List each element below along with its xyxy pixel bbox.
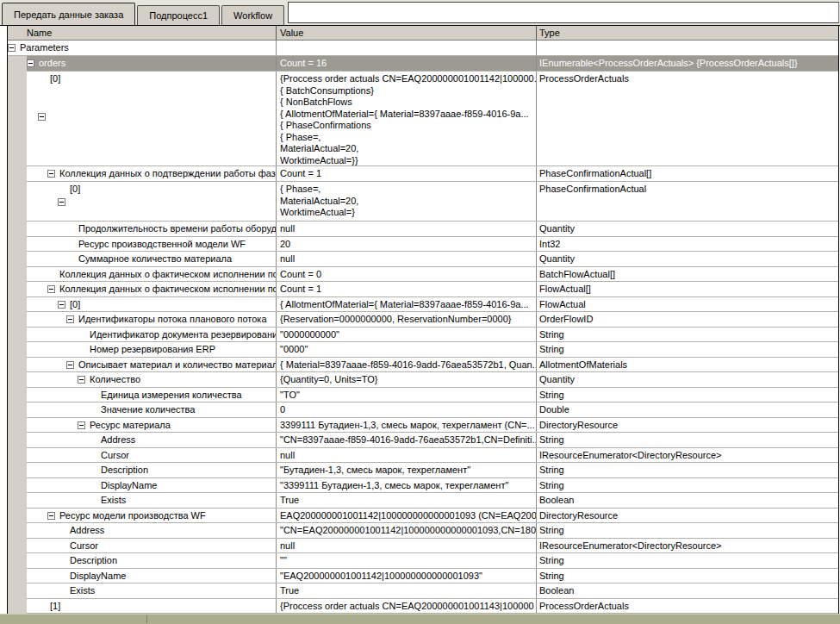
table-row[interactable]: Description""String xyxy=(8,553,838,569)
row-header-gutter xyxy=(8,56,27,624)
row-type-cell: Int32 xyxy=(537,237,838,252)
horizontal-scrollbar[interactable] xyxy=(0,614,840,624)
table-row[interactable]: Идентификаторы потока планового потока{R… xyxy=(8,312,838,328)
row-type-cell: Quantity xyxy=(537,252,838,266)
collapse-icon[interactable] xyxy=(78,421,85,429)
table-row[interactable]: DisplayName"3399111 Бутадиен-1,3, смесь … xyxy=(8,478,838,494)
table-row[interactable]: Ресурс производственной модели WF20Int32 xyxy=(8,237,838,253)
row-value-cell: Count = 16 xyxy=(277,56,537,71)
value-line: WorktimeActual=} xyxy=(280,207,536,219)
table-row[interactable]: CursornullIResourceEnumerator<DirectoryR… xyxy=(8,448,838,464)
table-row[interactable]: Описывает материал и количество материал… xyxy=(8,358,838,373)
collapse-icon[interactable] xyxy=(27,59,34,67)
table-row[interactable]: Номер резервирования ERP"0000"String xyxy=(8,342,838,358)
table-row[interactable]: [1]{Proccess order actuals CN=EAQ2000000… xyxy=(8,599,838,615)
row-value-cell: "CN=EAQ200000001001142|10000000000000109… xyxy=(277,523,537,538)
row-type-cell: PhaseConfirmationActual xyxy=(537,182,838,221)
table-row[interactable]: Ресурс материала3399111 Бутадиен-1,3, см… xyxy=(8,418,838,434)
column-header-name[interactable]: Name xyxy=(8,26,277,40)
tab-workflow[interactable]: Workflow xyxy=(221,5,284,25)
row-name-cell: Exists xyxy=(8,493,277,508)
table-row[interactable]: Parameters xyxy=(8,41,838,56)
collapse-icon[interactable] xyxy=(47,170,55,178)
column-header-type[interactable]: Type xyxy=(537,26,838,40)
tab-strip-input[interactable] xyxy=(288,2,839,23)
row-value-cell: {Proccess order actuals CN=EAQ2000000010… xyxy=(277,72,537,165)
row-name-cell: Коллекция данных о фактическом исполнени… xyxy=(8,267,277,282)
table-row[interactable]: [0]{Proccess order actuals CN=EAQ2000000… xyxy=(8,72,838,166)
row-name-cell: Продолжительность времени работы оборудо… xyxy=(8,222,277,236)
table-row[interactable]: Продолжительность времени работы оборудо… xyxy=(8,222,838,237)
row-name-label: Address xyxy=(8,525,276,535)
row-name-label: Описывает материал и количество материал… xyxy=(8,359,276,370)
row-value-cell: {Quantity=0, Units=TO} xyxy=(277,372,537,387)
row-name-cell: Идентификаторы потока планового потока xyxy=(8,312,277,327)
collapse-icon[interactable] xyxy=(38,113,46,121)
row-name-cell: Address xyxy=(8,523,277,538)
row-value-cell: "CN=8397aaae-f859-4016-9add-76aea53572b1… xyxy=(277,433,537,447)
row-name-label: Cursor xyxy=(8,450,276,460)
collapse-icon[interactable] xyxy=(47,285,55,293)
row-value-cell: "Бутадиен-1,3, смесь марок, техрегламент… xyxy=(277,463,537,477)
table-row[interactable]: [0]{ AllotmentOfMaterial={ Material=8397… xyxy=(8,297,838,313)
table-row[interactable]: ordersCount = 16IEnumerable<ProcessOrder… xyxy=(8,56,838,72)
table-row[interactable]: Суммарное количество материалаnullQuanti… xyxy=(8,252,838,267)
table-row[interactable]: ExistsTrueBoolean xyxy=(8,583,838,599)
row-value-cell: null xyxy=(277,222,537,236)
value-line: {Proccess order actuals CN=EAQ2000000010… xyxy=(280,73,536,85)
value-line: { NonBatchFlows xyxy=(280,97,536,109)
row-value-cell: Count = 1 xyxy=(277,282,537,296)
table-row[interactable]: ExistsTrueBoolean xyxy=(8,493,838,509)
row-type-cell: Quantity xyxy=(537,222,838,236)
table-row[interactable]: Коллекция данных о фактическом исполнени… xyxy=(8,282,838,297)
row-name-cell: Description xyxy=(8,463,277,477)
row-value-cell: "" xyxy=(277,553,537,568)
row-type-cell: String xyxy=(537,478,838,493)
row-type-cell xyxy=(537,41,838,55)
table-row[interactable]: [0]{ Phase=, MaterialActual=20, Worktime… xyxy=(8,182,838,222)
row-name-label: Exists xyxy=(8,585,276,596)
table-row[interactable]: DisplayName"EAQ200000001001142|100000000… xyxy=(8,569,838,584)
row-name-label: Ресурс производственной модели WF xyxy=(8,239,276,249)
table-row[interactable]: Address"CN=EAQ200000001001142|1000000000… xyxy=(8,523,838,539)
tab-transfer-order-data[interactable]: Передать данные заказа xyxy=(2,3,135,25)
table-row[interactable]: Единица измерения количества"TO"String xyxy=(8,388,838,403)
collapse-icon[interactable] xyxy=(66,315,74,323)
row-value-cell: True xyxy=(277,493,537,508)
row-name-label: Суммарное количество материала xyxy=(8,253,276,264)
row-value-cell: { Material=8397aaae-f859-4016-9add-76aea… xyxy=(277,358,537,372)
table-row[interactable]: Количество{Quantity=0, Units=TO}Quantity xyxy=(8,372,838,388)
collapse-icon[interactable] xyxy=(78,376,85,384)
row-name-cell: Ресурс производственной модели WF xyxy=(8,237,277,252)
row-name-label: [0] xyxy=(8,73,276,84)
row-name-cell: Коллекция данных о подтверждении работы … xyxy=(8,166,277,181)
row-type-cell: IResourceEnumerator<DirectoryResource> xyxy=(537,539,838,553)
table-row[interactable]: Address"CN=8397aaae-f859-4016-9add-76aea… xyxy=(8,433,838,448)
value-line: { BatchConsumptions} xyxy=(280,85,536,97)
table-row[interactable]: Description"Бутадиен-1,3, смесь марок, т… xyxy=(8,463,838,478)
row-name-cell: [0] xyxy=(8,182,277,221)
collapse-icon[interactable] xyxy=(58,301,65,309)
collapse-icon[interactable] xyxy=(8,44,16,52)
table-row[interactable]: Коллекция данных о фактическом исполнени… xyxy=(8,267,838,283)
table-row[interactable]: Коллекция данных о подтверждении работы … xyxy=(8,166,838,182)
row-value-cell: "0000" xyxy=(277,342,537,357)
row-type-cell: FlowActual[] xyxy=(537,282,838,296)
row-value-cell: True xyxy=(277,583,537,598)
tab-label: Подпроцесс1 xyxy=(149,10,208,21)
row-value-cell: null xyxy=(277,539,537,553)
row-name-label: Description xyxy=(8,555,276,565)
row-name-label: Идентификаторы потока планового потока xyxy=(8,314,276,324)
table-row[interactable]: Значение количества0Double xyxy=(8,402,838,418)
scrollbar-divider xyxy=(146,615,147,623)
collapse-icon[interactable] xyxy=(66,361,74,369)
table-row[interactable]: CursornullIResourceEnumerator<DirectoryR… xyxy=(8,539,838,554)
column-header-value[interactable]: Value xyxy=(277,26,537,40)
collapse-icon[interactable] xyxy=(47,512,55,520)
table-row[interactable]: Ресурс модели производства WFEAQ20000000… xyxy=(8,509,838,524)
row-type-cell: String xyxy=(537,569,838,583)
tab-subprocess1[interactable]: Подпроцесс1 xyxy=(137,5,220,25)
value-line: { AllotmentOfMaterial={ Material=8397aaa… xyxy=(280,109,536,121)
table-row[interactable]: Идентификатор документа резервирования"0… xyxy=(8,328,838,343)
collapse-icon[interactable] xyxy=(58,198,65,206)
